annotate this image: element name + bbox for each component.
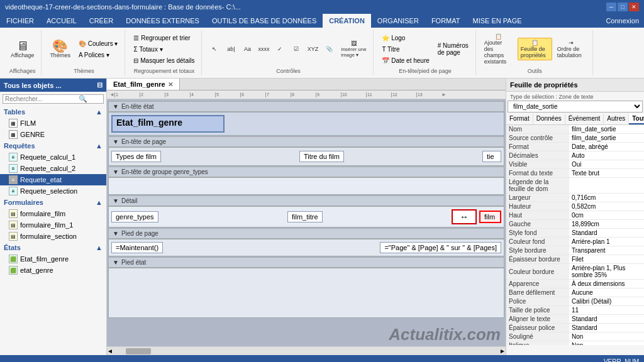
nav-item-genre[interactable]: ▦ GENRE	[0, 129, 106, 140]
btn-ordre-tab[interactable]: ⇥ Ordre de tabulation	[554, 38, 589, 60]
form-scroll[interactable]: ▼ En-tête état Etat_film_genre ▼ En-tête…	[107, 99, 506, 346]
nav-item-form-film[interactable]: ▤ formulaire_film	[0, 208, 106, 219]
props-row[interactable]: SoulignéNon	[506, 332, 644, 341]
nav-item-form-film1[interactable]: ▤ formulaire_film_1	[0, 219, 106, 231]
nav-item-req-calc1[interactable]: ≡ Requete_calcul_1	[0, 151, 106, 163]
props-row[interactable]: Format du texteTexte brut	[506, 169, 644, 178]
props-row[interactable]: ItaliqueNon	[506, 341, 644, 346]
props-row[interactable]: Couleur bordureArrière-plan 1, Plus somb…	[506, 264, 644, 280]
btn-affichage[interactable]: 🖥 Affichage	[8, 38, 37, 60]
props-row[interactable]: VisibleOui	[506, 160, 644, 169]
field-genre-types[interactable]: genre_types	[111, 211, 158, 222]
props-row[interactable]: Couleur fondArrière-plan 1	[506, 238, 644, 246]
field-tie[interactable]: tie	[482, 151, 501, 162]
tab-donnees-externes[interactable]: DONNÉES EXTERNES	[119, 14, 206, 28]
props-row[interactable]: Style fondStandard	[506, 229, 644, 238]
nav-item-req-calc2[interactable]: ≡ Requete_calcul_2	[0, 163, 106, 174]
btn-titre[interactable]: T Titre	[379, 44, 432, 55]
scroll-right-btn[interactable]: ►	[499, 348, 506, 354]
btn-polices[interactable]: A Polices ▾	[75, 50, 121, 60]
doc-tab-etat[interactable]: Etat_film_genre ✕	[107, 79, 180, 90]
field-film[interactable]: film	[479, 211, 501, 223]
section-header-detail[interactable]: ▼ Détail	[108, 195, 504, 206]
btn-label[interactable]: Aa	[240, 45, 255, 53]
props-row[interactable]: Largeur0,716cm	[506, 194, 644, 202]
props-row[interactable]: Légende de la feuille de dom	[506, 178, 644, 194]
close-button[interactable]: ✕	[629, 3, 639, 11]
btn-image[interactable]: 🖼Insérer uneimage ▾	[338, 39, 369, 59]
tab-creation[interactable]: CRÉATION	[323, 14, 371, 28]
tab-format[interactable]: Format	[506, 114, 533, 124]
nav-section-forms[interactable]: Formulaires ▲	[0, 197, 106, 208]
nav-item-etat-genre[interactable]: 🟩 etat_genre	[0, 265, 106, 276]
props-row[interactable]: Taille de police11	[506, 306, 644, 315]
btn-themes[interactable]: 🎨 Thèmes	[47, 38, 74, 60]
maximize-button[interactable]: □	[618, 3, 628, 11]
tab-accueil[interactable]: ACCUEIL	[40, 14, 83, 28]
props-row[interactable]: ApparenceÀ deux dimensions	[506, 280, 644, 288]
nav-search-box[interactable]: 🔍	[3, 94, 104, 104]
tab-organiser[interactable]: ORGANISER	[371, 14, 425, 28]
btn-logo[interactable]: ⭐ Logo	[379, 33, 432, 43]
props-row[interactable]: Haut0cm	[506, 211, 644, 220]
scroll-thumb[interactable]	[126, 348, 151, 354]
props-row[interactable]: Aligner le texteStandard	[506, 315, 644, 324]
field-etat-film-genre[interactable]: Etat_film_genre	[111, 115, 225, 133]
minimize-button[interactable]: ─	[606, 3, 616, 11]
title-controls[interactable]: ─ □ ✕	[606, 3, 639, 11]
tab-outils-bdd[interactable]: OUTILS DE BASE DE DONNÉES	[206, 14, 323, 28]
field-arrow-handle[interactable]: ↔	[452, 209, 477, 224]
props-row[interactable]: Hauteur0,582cm	[506, 202, 644, 211]
btn-feuille-props[interactable]: 📋 Feuille de propriétés	[518, 38, 552, 60]
btn-masquer[interactable]: ⊟ Masquer les détails	[130, 55, 197, 66]
btn-date-heure[interactable]: 📅 Date et heure	[379, 55, 432, 66]
search-input[interactable]	[3, 95, 79, 103]
section-header-entete-etat[interactable]: ▼ En-tête état	[108, 101, 504, 112]
nav-item-req-sel[interactable]: ≡ Requete_selection	[0, 185, 106, 197]
tab-donnees[interactable]: Données	[533, 114, 565, 124]
btn-numeros-page[interactable]: # Numérosde page	[435, 40, 472, 58]
section-header-pied-page[interactable]: ▼ Pied de page	[108, 228, 504, 239]
tab-evenement[interactable]: Événement	[565, 114, 604, 124]
props-row[interactable]: Source contrôlefilm_date_sortie	[506, 134, 644, 143]
btn-select-cursor[interactable]: ↖	[207, 45, 222, 53]
btn-xyz[interactable]: XYZ	[305, 45, 320, 53]
btn-ajouter-champs[interactable]: 📋 Ajouter des champs existants	[481, 31, 516, 67]
btn-couleurs[interactable]: 🎨 Couleurs ▾	[75, 38, 121, 49]
section-header-entete-page[interactable]: ▼ En-tête de page	[108, 136, 504, 147]
tab-autres[interactable]: Autres	[604, 114, 629, 124]
section-header-pied-etat[interactable]: ▼ Pied état	[108, 257, 504, 268]
props-row[interactable]: Barre défilementAucune	[506, 288, 644, 297]
props-row[interactable]: Nomfilm_date_sortie	[506, 125, 644, 134]
tab-fichier[interactable]: FICHIER	[0, 14, 40, 28]
btn-regrouper[interactable]: ☰ Regrouper et trier	[130, 33, 197, 43]
btn-totaux[interactable]: Σ Totaux ▾	[130, 44, 197, 55]
scroll-left-btn[interactable]: ◄	[107, 348, 113, 354]
doc-tab-close[interactable]: ✕	[168, 81, 173, 88]
nav-item-film[interactable]: ▦ FILM	[0, 118, 106, 129]
tab-creer[interactable]: CRÉER	[83, 14, 120, 28]
props-row[interactable]: Épaisseur bordureFilet	[506, 255, 644, 264]
tab-mise-en-page[interactable]: MISE EN PAGE	[467, 14, 528, 28]
nav-section-etats[interactable]: États ▲	[0, 242, 106, 253]
btn-check[interactable]: ✓	[272, 45, 287, 53]
field-titre-film[interactable]: Titre du film	[299, 151, 344, 162]
btn-textbox[interactable]: ab|	[223, 45, 238, 53]
props-row[interactable]: DécimalesAuto	[506, 151, 644, 160]
btn-combo[interactable]: ☑	[289, 45, 304, 53]
btn-subform[interactable]: 📎	[321, 45, 336, 53]
nav-expand-icon[interactable]: ⊟	[97, 81, 103, 89]
section-header-groupe[interactable]: ▼ En-tête de groupe genre_types	[108, 167, 504, 177]
field-maintenant[interactable]: =Maintenant()	[111, 242, 163, 253]
props-row[interactable]: FormatDate, abrégé	[506, 143, 644, 151]
nav-item-req-etat[interactable]: ≡ Requete_etat	[0, 174, 106, 185]
nav-item-form-section[interactable]: ▤ formulaire_section	[0, 231, 106, 242]
props-row[interactable]: Style bordureTransparent	[506, 246, 644, 255]
nav-section-tables[interactable]: Tables ▲	[0, 106, 106, 118]
props-row[interactable]: Épaisseur policeStandard	[506, 324, 644, 332]
props-row[interactable]: PoliceCalibri (Détail)	[506, 297, 644, 306]
field-types-film[interactable]: Types de film	[111, 151, 161, 162]
nav-item-etat-film[interactable]: 🟩 Etat_film_genre	[0, 253, 106, 265]
field-page-formula[interactable]: ="Page" & [Page] & " sur " & [Pages]	[380, 242, 501, 253]
props-row[interactable]: Gauche18,899cm	[506, 220, 644, 229]
